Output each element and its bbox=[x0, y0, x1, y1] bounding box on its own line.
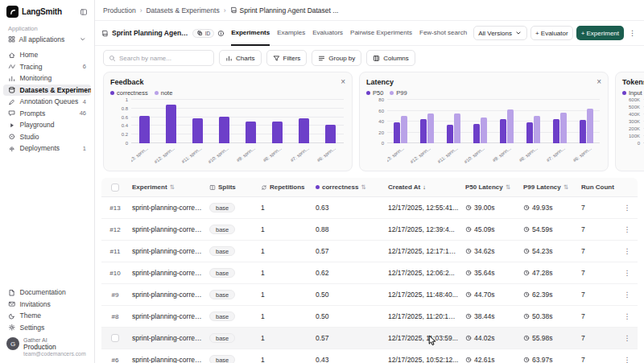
bar[interactable] bbox=[299, 118, 309, 143]
group-by-button[interactable]: Group by bbox=[312, 50, 361, 66]
bar[interactable] bbox=[526, 122, 533, 143]
close-icon[interactable]: × bbox=[597, 78, 601, 86]
filters-button[interactable]: Filters bbox=[266, 50, 308, 66]
bar[interactable] bbox=[534, 116, 540, 143]
experiment-name-cell[interactable]: sprint-planning-correctne... bbox=[129, 204, 206, 212]
table-row[interactable]: #12sprint-planning-correctne...base10.88… bbox=[101, 219, 638, 241]
bar[interactable] bbox=[481, 118, 487, 143]
th-created-at[interactable]: Created At↓ bbox=[385, 184, 462, 191]
experiment-name-cell[interactable]: sprint-planning-correctne... bbox=[129, 269, 206, 277]
close-icon[interactable]: × bbox=[341, 78, 345, 86]
sidebar-item-tracing[interactable]: Tracing6 bbox=[3, 61, 91, 73]
bar[interactable] bbox=[447, 125, 453, 143]
sidebar-item-settings[interactable]: Settings bbox=[3, 322, 91, 334]
tab-pairwise-experiments[interactable]: Pairwise Experiments bbox=[350, 21, 412, 46]
experiment-name-cell[interactable]: sprint-planning-correctne... bbox=[129, 247, 206, 255]
sidebar-item-home[interactable]: Home bbox=[3, 49, 91, 61]
th-experiment[interactable]: Experiment⇅ bbox=[129, 184, 206, 191]
bar[interactable] bbox=[166, 105, 176, 143]
experiment-name-cell[interactable]: sprint-planning-correctne... bbox=[129, 312, 206, 320]
sidebar-item-studio[interactable]: Studio bbox=[3, 131, 91, 143]
table-row[interactable]: #10sprint-planning-correctne...base10.62… bbox=[101, 262, 638, 284]
bar[interactable] bbox=[427, 113, 434, 143]
sidebar-item-datasets-experiments[interactable]: Datasets & Experiments12 bbox=[3, 85, 91, 97]
table-row[interactable]: sprint-planning-correctne...base10.5712/… bbox=[101, 328, 638, 349]
search-input[interactable] bbox=[119, 55, 208, 62]
tab-examples[interactable]: Examples bbox=[277, 21, 305, 46]
app-switcher[interactable]: All applications bbox=[3, 34, 91, 45]
search-box[interactable] bbox=[103, 50, 214, 66]
bar[interactable] bbox=[420, 119, 427, 143]
row-kebab-icon[interactable]: ⋮ bbox=[624, 356, 631, 363]
experiment-name-cell[interactable]: sprint-planning-correctne... bbox=[129, 356, 206, 363]
bar[interactable] bbox=[580, 120, 586, 143]
bar[interactable] bbox=[139, 116, 150, 143]
bar[interactable] bbox=[553, 119, 559, 143]
breadcrumb-root[interactable]: Production bbox=[103, 6, 136, 14]
tab-evaluators[interactable]: Evaluators bbox=[312, 21, 343, 46]
row-kebab-icon[interactable]: ⋮ bbox=[624, 312, 631, 320]
sidebar-item-deployments[interactable]: Deployments1 bbox=[3, 142, 91, 155]
bar[interactable] bbox=[500, 119, 506, 143]
tab-bar: ExperimentsExamplesEvaluatorsPairwise Ex… bbox=[231, 21, 467, 46]
row-kebab-icon[interactable]: ⋮ bbox=[624, 291, 631, 299]
p50-value: 34.62s bbox=[474, 247, 495, 255]
sidebar-item-prompts[interactable]: Prompts46 bbox=[3, 108, 91, 120]
row-kebab-icon[interactable]: ⋮ bbox=[624, 269, 631, 277]
breadcrumb-current[interactable]: Sprint Planning Agent Dataset ... bbox=[230, 6, 339, 14]
row-kebab-icon[interactable]: ⋮ bbox=[624, 334, 631, 342]
bar[interactable] bbox=[246, 122, 256, 143]
th-correctness[interactable]: correctness⇅ bbox=[312, 184, 385, 191]
th-run-count[interactable]: Run Count bbox=[578, 184, 618, 191]
row-kebab-icon[interactable]: ⋮ bbox=[624, 247, 631, 255]
bar[interactable] bbox=[401, 116, 407, 143]
sidebar-item-monitoring[interactable]: Monitoring bbox=[3, 72, 91, 85]
bar[interactable] bbox=[325, 125, 336, 143]
experiment-name-cell[interactable]: sprint-planning-correctne... bbox=[129, 334, 206, 342]
experiment-name-cell[interactable]: sprint-planning-correctne... bbox=[129, 225, 206, 233]
table-row[interactable]: #13sprint-planning-correctne...base10.63… bbox=[101, 197, 638, 219]
header-kebab-icon[interactable]: ⋮ bbox=[627, 29, 638, 37]
user-email: team@codemancers.com bbox=[23, 351, 86, 357]
select-all-checkbox[interactable] bbox=[111, 184, 119, 192]
table-row[interactable]: #6sprint-planning-correctne...base10.431… bbox=[101, 349, 638, 363]
th-p99-latency[interactable]: P99 Latency⇅ bbox=[520, 184, 578, 191]
sidebar-item-theme[interactable]: Theme bbox=[3, 310, 91, 322]
sidebar-item-playground[interactable]: Playground bbox=[3, 119, 91, 131]
experiment-name-cell[interactable]: sprint-planning-correctne... bbox=[129, 291, 206, 299]
row-checkbox[interactable] bbox=[111, 334, 119, 342]
sidebar-item-invitations[interactable]: Invitations bbox=[3, 299, 91, 311]
table-row[interactable]: #9sprint-planning-correctne...base10.501… bbox=[101, 284, 638, 306]
info-icon[interactable] bbox=[217, 30, 225, 37]
bar[interactable] bbox=[394, 122, 400, 143]
user-block[interactable]: G Gather AI Production team@codemancers.… bbox=[0, 333, 94, 363]
add-evaluator-button[interactable]: + Evaluator bbox=[530, 26, 573, 40]
bar[interactable] bbox=[272, 122, 283, 143]
th-repetitions[interactable]: Repetitions bbox=[258, 184, 312, 191]
columns-button[interactable]: Columns bbox=[366, 50, 415, 66]
bar[interactable] bbox=[192, 118, 203, 143]
breadcrumb-section[interactable]: Datasets & Experiments bbox=[146, 6, 219, 14]
bar[interactable] bbox=[473, 124, 480, 143]
sidebar-item-annotation-queues[interactable]: Annotation Queues4 bbox=[3, 96, 91, 108]
bar[interactable] bbox=[454, 113, 460, 143]
bar[interactable] bbox=[587, 109, 593, 143]
row-kebab-icon[interactable]: ⋮ bbox=[624, 204, 631, 212]
row-kebab-icon[interactable]: ⋮ bbox=[624, 225, 631, 233]
sidebar-item-documentation[interactable]: Documentation bbox=[3, 287, 91, 299]
table-row[interactable]: #8sprint-planning-correctne...base10.501… bbox=[101, 306, 638, 328]
new-experiment-button[interactable]: + Experiment bbox=[576, 26, 624, 40]
charts-button[interactable]: Charts bbox=[219, 50, 262, 66]
bar[interactable] bbox=[560, 113, 567, 143]
bar[interactable] bbox=[219, 117, 229, 143]
th-p50-latency[interactable]: P50 Latency⇅ bbox=[462, 184, 520, 191]
tab-experiments[interactable]: Experiments bbox=[231, 21, 270, 46]
version-select[interactable]: All Versions bbox=[473, 26, 527, 40]
collapse-sidebar-icon[interactable] bbox=[80, 8, 88, 16]
chevron-down-icon bbox=[514, 29, 522, 37]
th-splits[interactable]: Splits bbox=[206, 184, 258, 191]
id-badge[interactable]: ID bbox=[192, 29, 215, 38]
bar[interactable] bbox=[507, 109, 514, 143]
table-row[interactable]: #11sprint-planning-correctne...base10.57… bbox=[101, 241, 638, 262]
tab-few-shot-search[interactable]: Few-shot search bbox=[419, 21, 467, 46]
